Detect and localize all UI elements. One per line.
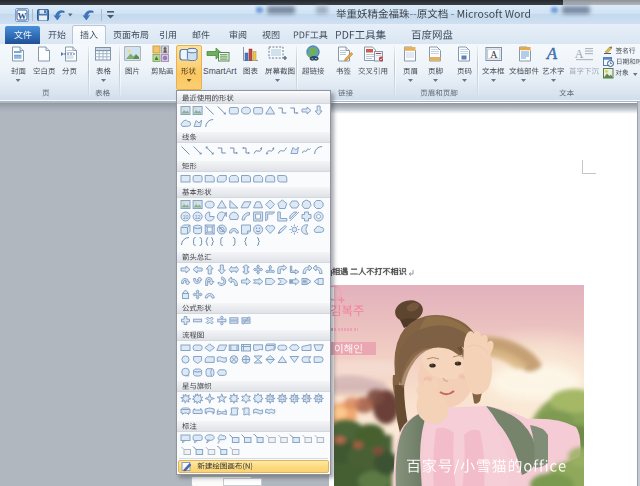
svg-text:24: 24	[304, 396, 310, 401]
svg-text:10: 10	[268, 396, 274, 401]
svg-text:12: 12	[195, 214, 201, 220]
svg-text:16: 16	[292, 396, 298, 401]
svg-text:32: 32	[316, 396, 322, 401]
svg-text:A: A	[546, 45, 558, 62]
svg-text:A: A	[490, 49, 498, 60]
svg-text:A: A	[575, 47, 584, 61]
svg-text:10: 10	[183, 214, 189, 220]
svg-text:W: W	[18, 11, 27, 21]
svg-text:12: 12	[280, 396, 286, 401]
